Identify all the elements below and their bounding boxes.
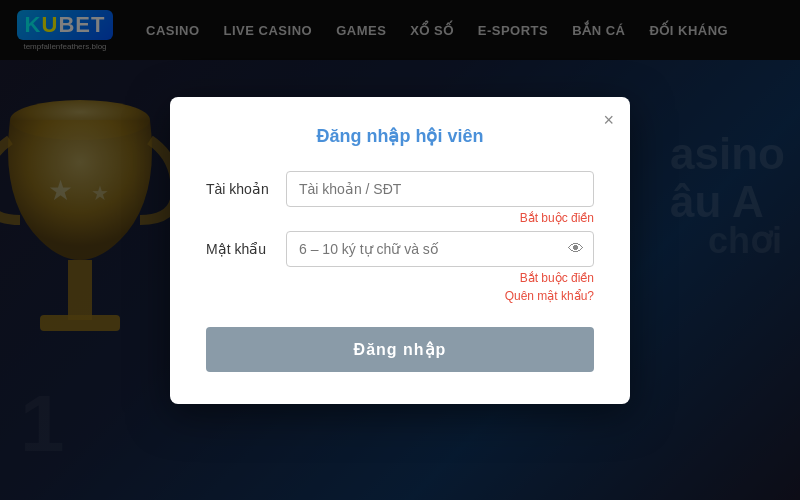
toggle-password-icon[interactable]: 👁︎ <box>568 240 584 258</box>
username-input[interactable] <box>286 171 594 207</box>
username-error: Bắt buộc điền <box>286 211 594 225</box>
password-field-wrap: 👁︎ Bắt buộc điền Quên mật khẩu? <box>286 231 594 303</box>
username-row: Tài khoản Bắt buộc điền <box>206 171 594 225</box>
username-label: Tài khoản <box>206 171 286 197</box>
password-input[interactable] <box>286 231 594 267</box>
password-row: Mật khẩu 👁︎ Bắt buộc điền Quên mật khẩu? <box>206 231 594 303</box>
password-error: Bắt buộc điền <box>286 271 594 285</box>
forgot-password-link[interactable]: Quên mật khẩu? <box>286 289 594 303</box>
password-input-wrap: 👁︎ <box>286 231 594 267</box>
username-field-wrap: Bắt buộc điền <box>286 171 594 225</box>
login-modal: × Đăng nhập hội viên Tài khoản Bắt buộc … <box>170 97 630 404</box>
modal-close-button[interactable]: × <box>603 111 614 129</box>
login-button[interactable]: Đăng nhập <box>206 327 594 372</box>
modal-title: Đăng nhập hội viên <box>206 125 594 147</box>
modal-overlay: × Đăng nhập hội viên Tài khoản Bắt buộc … <box>0 0 800 500</box>
password-label: Mật khẩu <box>206 231 286 257</box>
